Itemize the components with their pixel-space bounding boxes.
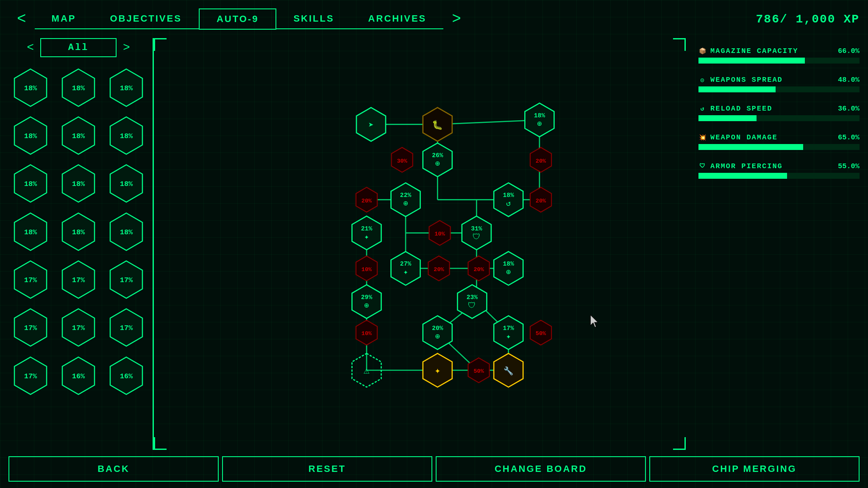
center-canvas: 18% ⊕ 26% ⊕ 30% 20% 20% 22% ⊕: [154, 38, 686, 450]
stat-bar-fill-3: [698, 144, 803, 150]
svg-text:21%: 21%: [361, 225, 373, 232]
chip-item-4[interactable]: 18%: [56, 114, 100, 157]
node-18pct-ammo[interactable]: 18% ⊕: [525, 103, 554, 136]
chip-item-18[interactable]: 17%: [8, 354, 52, 397]
chip-item-13[interactable]: 17%: [56, 258, 100, 301]
stat-bar-fill-4: [698, 173, 787, 179]
filter-left-arrow[interactable]: <: [27, 41, 34, 54]
node-21pct[interactable]: 21% ✦: [352, 216, 381, 250]
bottom-btn-reset[interactable]: RESET: [222, 456, 432, 482]
chip-item-11[interactable]: 18%: [105, 210, 148, 253]
skill-tree: 18% ⊕ 26% ⊕ 30% 20% 20% 22% ⊕: [154, 38, 686, 450]
svg-text:⊕: ⊕: [537, 119, 542, 129]
chip-item-10[interactable]: 18%: [56, 210, 100, 253]
filter-label: All: [40, 38, 117, 57]
node-18pct-health[interactable]: 18% ⊕: [494, 252, 523, 285]
svg-text:20%: 20%: [432, 325, 443, 332]
stat-pct-0: 66.0%: [838, 47, 860, 55]
bottom-btn-chip-merging[interactable]: CHIP MERGING: [649, 456, 860, 482]
nav-right-arrow[interactable]: >: [443, 6, 470, 32]
svg-text:29%: 29%: [361, 294, 373, 301]
svg-text:17%: 17%: [24, 276, 37, 284]
node-30pct-red[interactable]: 30%: [392, 147, 413, 172]
chip-item-2[interactable]: 18%: [105, 66, 148, 109]
node-18pct-r[interactable]: 18% ↺: [494, 183, 523, 216]
right-panel: 📦 MAGAZINE CAPACITY 66.0% ◎ WEAPONS SPRE…: [690, 38, 868, 199]
node-17pct[interactable]: 17% ✦: [494, 316, 523, 349]
node-10pct-red[interactable]: 10%: [429, 221, 450, 246]
svg-text:20%: 20%: [473, 266, 484, 273]
chip-item-6[interactable]: 18%: [8, 162, 52, 205]
chip-item-14[interactable]: 17%: [105, 258, 148, 301]
chip-item-20[interactable]: 16%: [105, 354, 148, 397]
node-50pct-red2[interactable]: 50%: [468, 358, 489, 383]
tab-auto9[interactable]: AUTO-9: [199, 8, 277, 30]
node-letter-yellow[interactable]: 🔧: [494, 353, 523, 387]
chip-item-16[interactable]: 17%: [56, 306, 100, 349]
svg-text:18%: 18%: [24, 132, 37, 140]
tab-archives[interactable]: ARCHIVES: [351, 9, 444, 29]
bottom-bar: BACKRESETCHANGE BOARDCHIP MERGING: [0, 450, 868, 488]
bottom-btn-change-board[interactable]: CHANGE BOARD: [436, 456, 646, 482]
svg-text:17%: 17%: [24, 372, 37, 380]
nav-left-arrow[interactable]: <: [8, 6, 35, 32]
chip-item-8[interactable]: 18%: [105, 162, 148, 205]
tab-skills[interactable]: SKILLS: [276, 9, 351, 29]
svg-text:17%: 17%: [503, 325, 514, 332]
chip-item-5[interactable]: 18%: [105, 114, 148, 157]
stat-name-4: ARMOR PIERCING: [710, 162, 783, 170]
stat-name-1: WEAPONS SPREAD: [710, 76, 783, 84]
chip-item-1[interactable]: 18%: [56, 66, 100, 109]
stat-pct-2: 36.0%: [838, 105, 860, 113]
chip-item-17[interactable]: 17%: [105, 306, 148, 349]
tab-objectives[interactable]: OBJECTIVES: [93, 9, 199, 29]
node-31pct[interactable]: 31% 🛡: [462, 216, 491, 250]
svg-text:26%: 26%: [432, 152, 443, 159]
node-20pct-health[interactable]: 20% ⊕: [423, 316, 452, 349]
svg-text:18%: 18%: [534, 112, 545, 119]
node-26pct[interactable]: 26% ⊕: [423, 143, 452, 177]
node-20pct-red-r[interactable]: 20%: [530, 147, 551, 172]
svg-text:30%: 30%: [397, 158, 407, 164]
node-20pct-red2[interactable]: 20%: [428, 256, 449, 281]
svg-marker-138: [590, 315, 598, 327]
chip-item-9[interactable]: 18%: [8, 210, 52, 253]
bottom-btn-back[interactable]: BACK: [8, 456, 219, 482]
filter-right-arrow[interactable]: >: [123, 41, 130, 54]
node-20pct-red3[interactable]: 20%: [468, 256, 489, 281]
chip-item-7[interactable]: 18%: [56, 162, 100, 205]
svg-text:✦: ✦: [403, 268, 408, 277]
svg-text:23%: 23%: [467, 294, 478, 301]
chip-item-0[interactable]: 18%: [8, 66, 52, 109]
node-star-yellow[interactable]: ✦: [423, 353, 452, 387]
stat-row-1: ◎ WEAPONS SPREAD 48.0%: [698, 75, 860, 92]
node-27pct[interactable]: 27% ✦: [391, 252, 420, 285]
stat-bar-bg-3: [698, 144, 860, 150]
node-10pct-red3[interactable]: 10%: [356, 320, 377, 345]
chip-item-12[interactable]: 17%: [8, 258, 52, 301]
svg-text:18%: 18%: [72, 180, 85, 188]
svg-text:17%: 17%: [120, 324, 133, 332]
node-10pct-red2[interactable]: 10%: [356, 256, 377, 281]
xp-display: 786/ 1,000 XP: [756, 13, 860, 26]
node-20pct-red-l[interactable]: 20%: [356, 187, 377, 212]
chip-item-19[interactable]: 16%: [56, 354, 100, 397]
left-panel: < All > 18% 18% 18% 18%: [8, 38, 148, 450]
stat-icon-4: 🛡: [698, 162, 707, 170]
chip-item-3[interactable]: 18%: [8, 114, 52, 157]
node-20pct-red-r2[interactable]: 20%: [530, 187, 551, 212]
stat-bar-fill-0: [698, 58, 805, 64]
node-dart[interactable]: ➤: [356, 108, 386, 141]
stat-bar-bg-0: [698, 58, 860, 64]
stat-name-3: WEAPON DAMAGE: [710, 133, 778, 141]
tab-map[interactable]: MAP: [35, 9, 93, 29]
node-22pct[interactable]: 22% ⊕: [391, 183, 420, 216]
node-bug[interactable]: 🐛: [423, 108, 452, 141]
node-50pct-red[interactable]: 50%: [530, 320, 551, 345]
node-29pct[interactable]: 29% ⊕: [352, 285, 381, 318]
stat-pct-3: 65.0%: [838, 133, 860, 141]
stat-pct-1: 48.0%: [838, 76, 860, 84]
svg-text:17%: 17%: [72, 276, 85, 284]
chip-item-15[interactable]: 17%: [8, 306, 52, 349]
svg-text:🐛: 🐛: [432, 119, 443, 130]
